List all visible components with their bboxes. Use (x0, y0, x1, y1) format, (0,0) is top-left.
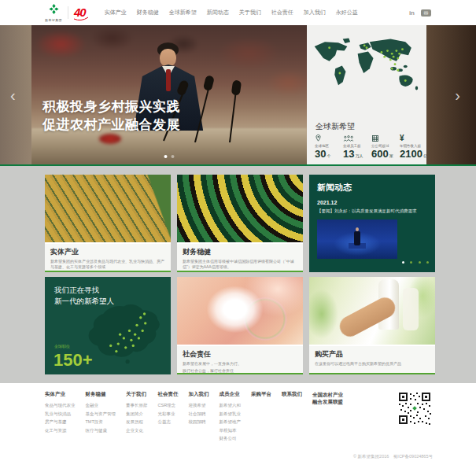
card-buy[interactable]: 购买产品 在这里你可以通过电商平台购买新希望的优质产品 (309, 277, 435, 374)
footer-column-title[interactable]: 联系我们 (282, 391, 302, 398)
footer-column-members: 成员企业 新希望六和 新希望乳业 新希望地产 草根知本 财务公司 (220, 391, 242, 444)
card-industry[interactable]: 实体产业 新希望集团的实体产业涉及食品与现代农业、乳业与快消品、房产与基建、化工… (45, 175, 171, 272)
news-headline[interactable]: 【要闻】刘永好：以高质量发展满足新时代消费需求 (317, 208, 427, 215)
card-csr-desc1: 新希望在发展中，一直身体力行。 (183, 361, 297, 367)
footer-link[interactable]: 社会招聘 (189, 411, 209, 417)
footer-column-title[interactable]: 全国农村产业融合发展联盟 (312, 391, 345, 405)
footer-link[interactable]: 医疗与健康 (86, 428, 116, 433)
footer-link[interactable]: 食品与现代农业 (45, 403, 76, 408)
carousel-dot-active[interactable] (164, 155, 168, 158)
office-building-icon (371, 134, 397, 142)
footer-link[interactable]: 化工与资源 (45, 428, 76, 433)
footer-link[interactable]: 公益志 (158, 419, 179, 425)
nav-item-join[interactable]: 加入我们 (304, 9, 326, 17)
footer-link[interactable]: 新希望地产 (220, 419, 242, 425)
nav-item-news[interactable]: 新闻动态 (207, 9, 229, 17)
cards-row-2: 我们正在寻找 新一代的新希望人 全球 (45, 277, 435, 374)
card-industry-title: 实体产业 (50, 247, 165, 257)
footer: 实体产业 食品与现代农业 乳业与快消品 房产与基建 化工与资源 财务稳健 金融业… (0, 383, 476, 472)
nav-item-industry[interactable]: 实体产业 (105, 9, 127, 17)
footer-column-csr: 社会责任 CSR理念 光彩事业 公益志 (158, 391, 179, 444)
clover-logo-icon (49, 3, 59, 17)
global-stats: 全球地区 30个 全球员工超 13万人 分公司超过 600家 (312, 134, 426, 161)
copyright-text: © 新希望集团2016 蜀ICP备09024865号 (353, 454, 433, 459)
carousel-prev-button[interactable]: ‹ (10, 87, 16, 103)
news-date: 2021.12 (317, 200, 427, 205)
nav-item-global[interactable]: 全球新希望 (169, 9, 197, 17)
green-divider (0, 164, 476, 166)
newhope-logo[interactable]: 新希望集团 (45, 3, 62, 22)
swoosh-icon (73, 17, 89, 21)
footer-link[interactable]: 基金与资产管理 (86, 411, 116, 417)
footer-link[interactable]: 集团简介 (126, 411, 148, 417)
footer-link[interactable]: 新希望乳业 (220, 411, 242, 417)
yuan-icon: ¥ (400, 134, 426, 142)
thumbnail-speaker (354, 231, 360, 245)
footer-link[interactable]: 迎接希望 (189, 403, 209, 408)
news-dot[interactable] (419, 261, 421, 264)
footer-column-title[interactable]: 实体产业 (45, 391, 76, 398)
footer-link[interactable]: CSR理念 (158, 403, 179, 408)
card-news[interactable]: 新闻动态 2021.12 【要闻】刘永好：以高质量发展满足新时代消费需求 (309, 175, 435, 272)
footer-column-title[interactable]: 社会责任 (158, 391, 179, 398)
logo-divider (68, 6, 68, 19)
news-dot[interactable] (410, 261, 412, 264)
footer-column-industry: 实体产业 食品与现代农业 乳业与快消品 房产与基建 化工与资源 (45, 391, 76, 444)
hero-headline: 积极投身乡村振兴实践 促进农村产业融合发展 (42, 98, 180, 134)
news-dot-active[interactable] (402, 261, 404, 264)
recruit-line2: 新一代的新希望人 (54, 296, 161, 307)
hero-right-blur-edge: › (426, 25, 476, 164)
card-finance-caption: 财务稳健 新希望集团主体信用等级被中诚信国际信用评级有限公司（“中诚信”）评定为… (177, 244, 303, 272)
carousel-dot[interactable] (172, 155, 175, 158)
footer-link[interactable]: 企业文化 (126, 428, 148, 433)
hero-carousel: ‹ 积极投身乡村振兴实践 (0, 25, 476, 164)
footer-link[interactable]: TMT投资 (86, 419, 116, 425)
nav-item-finance[interactable]: 财务稳健 (137, 9, 159, 17)
nav-item-charity[interactable]: 永好公益 (336, 9, 358, 17)
footer-link[interactable]: 董事长致辞 (126, 403, 148, 408)
news-video-thumbnail[interactable] (317, 219, 397, 259)
footer-column-title[interactable]: 采购平台 (251, 391, 271, 398)
footer-column-title[interactable]: 加入我们 (189, 391, 209, 398)
people-icon (343, 134, 369, 142)
card-csr-desc2: 践行社会公益，履行社会责任 (183, 368, 297, 374)
footer-link[interactable]: 校园招聘 (189, 419, 209, 425)
footer-column-finance: 财务稳健 金融业 基金与资产管理 TMT投资 医疗与健康 (86, 391, 116, 444)
footer-link[interactable]: 新希望六和 (220, 403, 242, 408)
footer-column-join: 加入我们 迎接希望 社会招聘 校园招聘 (189, 391, 209, 444)
carousel-next-button[interactable]: › (455, 87, 460, 103)
footer-column-about: 关于我们 董事长致辞 集团简介 发展历程 企业文化 (126, 391, 148, 444)
main-content: 实体产业 新希望集团的实体产业涉及食品与现代农业、乳业与快消品、房产与基建、化工… (0, 166, 476, 383)
card-recruit[interactable]: 我们正在寻找 新一代的新希望人 全球 (45, 277, 171, 374)
footer-link[interactable]: 房产与基建 (45, 419, 76, 425)
nav-item-csr[interactable]: 社会责任 (271, 9, 293, 17)
footer-column-title[interactable]: 成员企业 (220, 391, 242, 398)
footer-link[interactable]: 乳业与快消品 (45, 411, 76, 417)
thumbnail-speaker-head (356, 227, 359, 231)
footer-column-title[interactable]: 财务稳健 (86, 391, 116, 398)
mail-icon[interactable]: ✉ (421, 9, 431, 17)
footer-column-title[interactable]: 关于我们 (126, 391, 148, 398)
card-buy-title: 购买产品 (315, 349, 430, 360)
card-industry-desc: 新希望集团的实体产业涉及食品与现代农业、乳业与快消品、房产与基建、化工与资源等多… (50, 259, 165, 269)
card-finance[interactable]: 财务稳健 新希望集团主体信用等级被中诚信国际信用评级有限公司（“中诚信”）评定为… (177, 175, 303, 272)
nav-item-about[interactable]: 关于我们 (239, 9, 261, 17)
footer-link[interactable]: 财务公司 (220, 436, 242, 441)
red-flower-decoration (99, 134, 121, 144)
footer-link[interactable]: 光彩事业 (158, 411, 179, 417)
milk-bottle-2 (403, 288, 419, 330)
card-finance-desc: 新希望集团主体信用等级被中诚信国际信用评级有限公司（“中诚信”）评定为AAA信用… (183, 259, 297, 269)
card-csr[interactable]: 社会责任 新希望在发展中，一直身体力行。 践行社会公益，履行社会责任 (177, 277, 303, 374)
footer-link[interactable]: 草根知本 (220, 428, 242, 433)
news-dot[interactable] (426, 261, 429, 264)
hero-left-blur-edge: ‹ (0, 25, 31, 164)
footer-link[interactable]: 发展历程 (126, 419, 148, 425)
hero-slide-photo[interactable]: 积极投身乡村振兴实践 促进农村产业融合发展 (31, 25, 307, 164)
card-finance-title: 财务稳健 (183, 247, 297, 257)
newhope-homepage: 新希望集团 40 实体产业 财务稳健 全球新希望 新闻动态 关于我们 社会责任 … (0, 0, 476, 472)
footer-link[interactable]: 金融业 (86, 403, 116, 408)
linkedin-icon[interactable]: in (409, 9, 415, 17)
logo-company-name: 新希望集团 (45, 18, 62, 22)
card-csr-caption: 社会责任 新希望在发展中，一直身体力行。 践行社会公益，履行社会责任 (177, 346, 303, 374)
global-panel-title: 全球新希望 (315, 121, 355, 132)
